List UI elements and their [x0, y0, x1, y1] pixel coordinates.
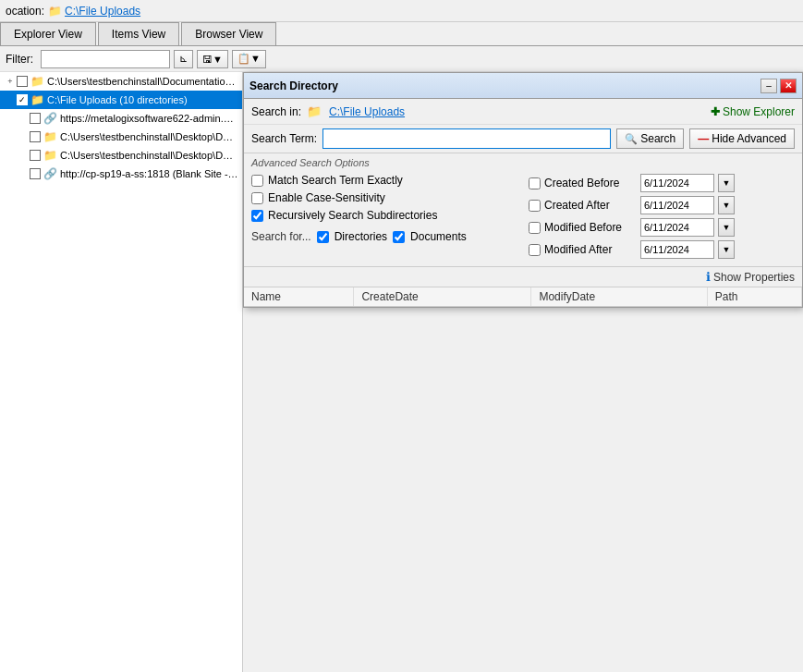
link-icon-2: 🔗 — [43, 112, 57, 125]
checkbox-recursive: Recursively Search Subdirectories — [251, 209, 510, 222]
advanced-title: Advanced Search Options — [251, 157, 795, 168]
search-term-label: Search Term: — [251, 132, 317, 145]
search-docs-label: Documents — [410, 230, 467, 243]
main-area: + 📁 C:\Users\testbenchinstall\Documentat… — [0, 72, 803, 672]
created-after-dropdown-btn[interactable]: ▼ — [718, 196, 735, 214]
tab-items-view[interactable]: Items View — [98, 22, 179, 45]
info-icon: ℹ — [706, 270, 711, 284]
tree-text-4: C:\Users\testbenchinstall\Desktop\Docume… — [60, 150, 238, 161]
plus-icon: ✚ — [711, 105, 720, 118]
case-sensitive-checkbox[interactable] — [251, 192, 263, 204]
search-for-label: Search for... — [251, 230, 311, 243]
modified-before-label: Modified Before — [544, 221, 637, 234]
modified-before-input[interactable] — [640, 218, 714, 237]
tree-expander-2 — [17, 112, 30, 125]
tree-text-2: https://metalogixsoftware622-admin.share… — [60, 113, 238, 124]
tree-item-2[interactable]: 🔗 https://metalogixsoftware622-admin.sha… — [0, 109, 242, 128]
search-dirs-label: Directories — [335, 230, 387, 243]
search-term-row: Search Term: 🔍 Search — Hide Advanced — [244, 125, 802, 153]
advanced-left-col: Match Search Term Exactly Enable Case-Se… — [251, 174, 510, 259]
tree-panel: + 📁 C:\Users\testbenchinstall\Documentat… — [0, 72, 243, 672]
tree-item-4[interactable]: 📁 C:\Users\testbenchinstall\Desktop\Docu… — [0, 146, 242, 165]
minus-icon: — — [698, 132, 709, 145]
search-button[interactable]: 🔍 Search — [616, 128, 684, 149]
search-dialog: Search Directory – ✕ Search in: 📁 C:\Fil… — [243, 72, 803, 308]
created-before-label: Created Before — [544, 177, 637, 189]
search-in-label: Search in: — [251, 105, 301, 118]
dialog-titlebar: Search Directory – ✕ — [244, 73, 802, 99]
folder-icon-4: 📁 — [43, 149, 57, 162]
show-properties-btn[interactable]: ℹ Show Properties — [706, 270, 795, 284]
search-dirs-checkbox[interactable] — [317, 231, 329, 243]
tree-check-5[interactable] — [30, 168, 41, 179]
folder-icon-3: 📁 — [43, 130, 57, 143]
tree-item-5[interactable]: 🔗 http://cp-sp19-a-ss:1818 (Blank Site -… — [0, 165, 242, 183]
tree-check-1[interactable]: ✓ — [17, 94, 28, 105]
tree-expander-5 — [17, 167, 30, 180]
tree-text-3: C:\Users\testbenchinstall\Desktop\Docume… — [60, 131, 238, 142]
location-path[interactable]: C:\File Uploads — [65, 5, 140, 18]
tree-check-3[interactable] — [30, 131, 41, 142]
results-area: ℹ Show Properties Name CreateDate Modify… — [244, 266, 802, 307]
search-in-path[interactable]: C:\File Uploads — [329, 105, 405, 118]
match-exact-checkbox[interactable] — [251, 175, 263, 187]
search-term-input[interactable] — [322, 128, 611, 149]
tree-check-0[interactable] — [17, 76, 28, 87]
created-before-input[interactable] — [640, 174, 714, 192]
tab-explorer-view[interactable]: Explorer View — [0, 22, 96, 45]
case-sensitive-label: Enable Case-Sensitivity — [268, 191, 385, 204]
col-path[interactable]: Path — [707, 287, 801, 307]
show-explorer-btn[interactable]: ✚ Show Explorer — [711, 105, 795, 118]
tree-check-4[interactable] — [30, 150, 41, 161]
hide-advanced-btn[interactable]: — Hide Advanced — [689, 128, 795, 149]
tree-expander-1 — [4, 93, 17, 106]
dialog-minimize-btn[interactable]: – — [760, 79, 777, 93]
modified-after-checkbox[interactable] — [529, 244, 541, 256]
search-in-folder-icon: 📁 — [307, 104, 322, 118]
dialog-title: Search Directory — [249, 79, 338, 92]
tree-item-0[interactable]: + 📁 C:\Users\testbenchinstall\Documentat… — [0, 72, 242, 91]
modified-after-input[interactable] — [640, 240, 714, 259]
tree-item-3[interactable]: 📁 C:\Users\testbenchinstall\Desktop\Docu… — [0, 128, 242, 146]
recursive-label: Recursively Search Subdirectories — [268, 209, 437, 222]
tab-browser-view[interactable]: Browser View — [181, 22, 276, 45]
filter-input[interactable] — [41, 50, 170, 68]
tree-check-2[interactable] — [30, 113, 41, 124]
search-icon: 🔍 — [625, 133, 638, 145]
col-name[interactable]: Name — [244, 287, 354, 307]
created-before-checkbox[interactable] — [529, 177, 541, 189]
folder-icon-0: 📁 — [30, 75, 44, 88]
match-exact-label: Match Search Term Exactly — [268, 174, 403, 187]
toolbar-action-btn2[interactable]: 📋▼ — [232, 50, 266, 68]
modified-before-checkbox[interactable] — [529, 222, 541, 234]
modified-after-label: Modified After — [544, 243, 637, 256]
dialog-close-btn[interactable]: ✕ — [780, 79, 797, 93]
recursive-checkbox[interactable] — [251, 210, 263, 222]
show-properties-label: Show Properties — [713, 271, 795, 284]
filter-funnel-btn[interactable]: ⊾ — [174, 50, 193, 68]
location-bar: ocation: 📁 C:\File Uploads — [0, 0, 803, 22]
advanced-section: Advanced Search Options Match Search Ter… — [244, 153, 802, 263]
created-after-checkbox[interactable] — [529, 200, 541, 212]
search-docs-checkbox[interactable] — [393, 231, 405, 243]
modified-after-dropdown-btn[interactable]: ▼ — [718, 240, 735, 259]
created-before-dropdown-btn[interactable]: ▼ — [718, 174, 735, 192]
results-toolbar: ℹ Show Properties — [244, 267, 802, 287]
toolbar-action-btn1[interactable]: 🖫▼ — [197, 50, 228, 68]
checkbox-case-sensitive: Enable Case-Sensitivity — [251, 191, 510, 204]
toolbar: Filter: ⊾ 🖫▼ 📋▼ — [0, 46, 803, 72]
col-modifydate[interactable]: ModifyDate — [531, 287, 707, 307]
created-after-input[interactable] — [640, 196, 714, 214]
results-table: Name CreateDate ModifyDate Path — [244, 287, 802, 307]
col-createdate[interactable]: CreateDate — [354, 287, 531, 307]
advanced-options-row: Match Search Term Exactly Enable Case-Se… — [251, 174, 795, 259]
tree-expander-3 — [17, 130, 30, 143]
tree-text-5: http://cp-sp19-a-ss:1818 (Blank Site - A… — [60, 168, 238, 179]
date-filter-modified-after: Modified After ▼ — [529, 240, 795, 259]
date-filter-created-before: Created Before ▼ — [529, 174, 795, 192]
modified-before-dropdown-btn[interactable]: ▼ — [718, 218, 735, 237]
tree-item-1[interactable]: ✓ 📁 C:\File Uploads (10 directories) — [0, 91, 242, 109]
checkbox-match-exact: Match Search Term Exactly — [251, 174, 510, 187]
show-explorer-label: Show Explorer — [723, 105, 795, 118]
tree-text-0: C:\Users\testbenchinstall\Documentation\… — [47, 76, 238, 87]
